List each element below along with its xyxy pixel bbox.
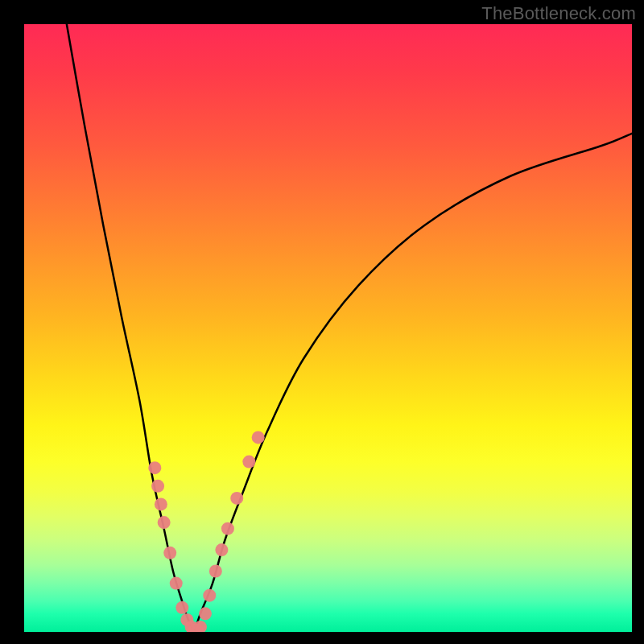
hotspot-marker <box>199 607 212 620</box>
hotspot-marker <box>230 492 243 505</box>
chart-frame: TheBottleneck.com <box>0 0 644 644</box>
chart-svg <box>24 24 632 632</box>
hotspot-marker <box>209 565 222 578</box>
hotspot-marker <box>175 601 188 614</box>
right-curve <box>194 134 632 632</box>
hotspot-marker <box>158 516 171 529</box>
hotspot-marker <box>215 543 228 556</box>
watermark-text: TheBottleneck.com <box>481 3 636 24</box>
hotspot-marker <box>148 461 161 474</box>
hotspot-marker <box>221 522 234 535</box>
hotspot-markers <box>148 431 264 632</box>
hotspot-marker <box>203 589 216 602</box>
hotspot-marker <box>252 431 265 444</box>
left-curve <box>67 24 195 632</box>
hotspot-marker <box>163 547 176 559</box>
plot-area <box>24 24 632 632</box>
hotspot-marker <box>170 577 183 590</box>
hotspot-marker <box>194 621 207 632</box>
hotspot-marker <box>155 497 167 510</box>
hotspot-marker <box>242 456 255 469</box>
hotspot-marker <box>151 480 164 493</box>
